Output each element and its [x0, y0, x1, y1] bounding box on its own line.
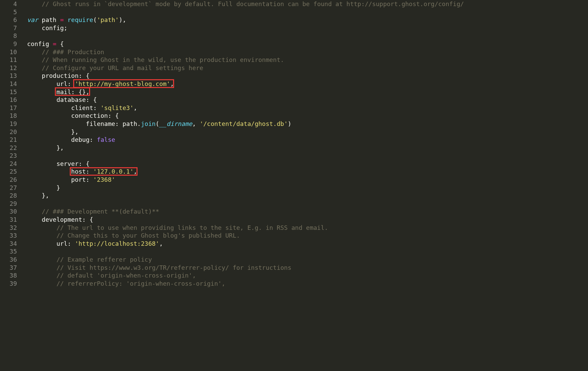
code-token: false [97, 136, 115, 143]
line-number: 27 [0, 184, 17, 192]
line-number: 35 [0, 247, 17, 256]
code-line[interactable]: } [27, 184, 588, 192]
code-token: '/content/data/ghost.db' [200, 120, 288, 127]
code-line[interactable]: // referrerPolicy: 'origin-when-cross-or… [27, 280, 588, 288]
code-token [27, 248, 31, 255]
code-line[interactable] [27, 200, 588, 208]
code-token: , [133, 104, 137, 111]
line-number: 26 [0, 176, 17, 184]
line-number: 21 [0, 136, 17, 144]
code-token: server: { [27, 160, 89, 167]
code-line[interactable]: url: 'http://my-ghost-blog.com', [27, 80, 588, 88]
code-token: } [27, 184, 60, 191]
code-line[interactable]: // Ghost runs in `development` mode by d… [27, 0, 588, 8]
code-area[interactable]: // Ghost runs in `development` mode by d… [23, 0, 588, 371]
code-token: // Configure your URL and mail settings … [42, 64, 203, 71]
code-token: }, [27, 192, 49, 199]
line-number: 8 [0, 32, 17, 40]
code-token: '127.0.0.1' [93, 168, 133, 175]
code-line[interactable]: debug: false [27, 136, 588, 144]
code-line[interactable]: }, [27, 128, 588, 136]
code-token [27, 272, 57, 279]
code-line[interactable]: // Change this to your Ghost blog's publ… [27, 232, 588, 240]
code-token: debug: [27, 136, 97, 143]
code-line[interactable]: }, [27, 144, 588, 152]
code-token: // The url to use when providing links t… [57, 224, 328, 231]
code-token: , [192, 120, 200, 127]
code-token: ( [93, 16, 97, 23]
code-token: config; [27, 24, 67, 31]
code-line[interactable]: var path = require('path'), [27, 16, 588, 24]
code-line[interactable]: }, [27, 192, 588, 200]
code-token: require [67, 16, 93, 23]
code-line[interactable]: // ### Development **(default)** [27, 208, 588, 216]
code-token: client: [27, 104, 101, 111]
code-line[interactable]: // Example refferer policy [27, 256, 588, 264]
code-token: // referrerPolicy: 'origin-when-cross-or… [57, 280, 226, 287]
code-line[interactable] [27, 32, 588, 40]
code-token: host: [27, 168, 93, 175]
code-token: // Visit https://www.w3.org/TR/referrer-… [57, 264, 292, 271]
code-line[interactable]: url: 'http://localhost:2368', [27, 240, 588, 248]
line-number: 17 [0, 104, 17, 112]
line-number: 4 [0, 0, 17, 8]
code-token [64, 16, 67, 23]
code-line[interactable]: // default 'origin-when-cross-origin', [27, 271, 588, 280]
code-line[interactable]: // Visit https://www.w3.org/TR/referrer-… [27, 264, 588, 272]
code-line[interactable]: // ### Production [27, 48, 588, 56]
line-number: 11 [0, 56, 17, 64]
code-line[interactable] [27, 247, 588, 256]
line-number: 33 [0, 232, 17, 240]
code-token [27, 32, 31, 39]
code-token [27, 8, 31, 16]
line-number: 28 [0, 192, 17, 200]
code-token: = [53, 40, 57, 47]
code-line[interactable]: host: '127.0.0.1', [27, 168, 588, 176]
line-number: 25 [0, 168, 17, 176]
code-token: , [159, 240, 163, 247]
code-token: filename: path. [27, 120, 141, 127]
code-token [27, 256, 57, 263]
line-number: 12 [0, 64, 17, 72]
code-editor[interactable]: 4567891011121314151617181920212223242526… [0, 0, 588, 371]
code-token: { [57, 40, 64, 47]
code-line[interactable]: config; [27, 24, 588, 32]
line-number: 13 [0, 72, 17, 80]
code-line[interactable]: connection: { [27, 112, 588, 120]
line-number: 39 [0, 280, 17, 288]
code-token [27, 280, 57, 287]
code-token: config [27, 40, 53, 47]
code-line[interactable]: filename: path.join(__dirname, '/content… [27, 120, 588, 128]
line-number: 29 [0, 200, 17, 208]
code-token: '2368' [93, 176, 115, 183]
code-line[interactable]: // Configure your URL and mail settings … [27, 64, 588, 72]
code-line[interactable]: port: '2368' [27, 176, 588, 184]
code-line[interactable]: development: { [27, 216, 588, 224]
line-number: 14 [0, 80, 17, 88]
code-token: connection: { [27, 112, 119, 119]
code-line[interactable]: // When running Ghost in the wild, use t… [27, 56, 588, 64]
code-token [27, 264, 57, 271]
code-token: var [27, 16, 38, 23]
code-token: mail: {}, [27, 88, 89, 95]
code-token: }, [27, 144, 64, 151]
code-line[interactable]: config = { [27, 40, 588, 48]
code-line[interactable]: database: { [27, 96, 588, 104]
line-number: 19 [0, 120, 17, 128]
code-line[interactable]: production: { [27, 72, 588, 80]
line-number: 18 [0, 112, 17, 120]
code-line[interactable]: mail: {}, [27, 88, 588, 96]
code-token [27, 208, 42, 215]
code-token: 'sqlite3' [101, 104, 134, 111]
code-token [27, 0, 42, 7]
code-token: // default 'origin-when-cross-origin', [57, 272, 196, 279]
code-line[interactable] [27, 152, 588, 160]
line-number: 34 [0, 240, 17, 248]
line-number: 7 [0, 24, 17, 32]
line-number: 38 [0, 271, 17, 280]
code-line[interactable]: client: 'sqlite3', [27, 104, 588, 112]
code-line[interactable] [27, 8, 588, 16]
code-line[interactable]: server: { [27, 160, 588, 168]
code-line[interactable]: // The url to use when providing links t… [27, 224, 588, 232]
line-number: 24 [0, 160, 17, 168]
